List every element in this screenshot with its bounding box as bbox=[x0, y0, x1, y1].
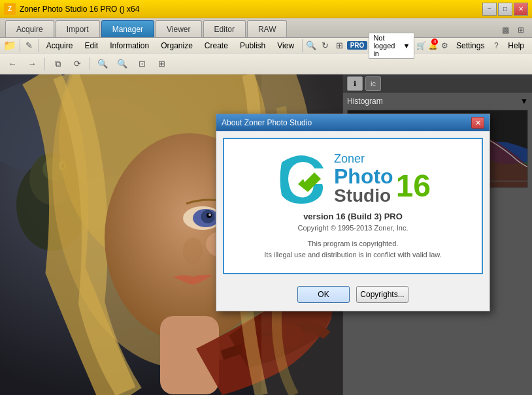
histogram-dropdown-button[interactable]: ▼ bbox=[520, 97, 528, 106]
search-icon[interactable]: 🔍 bbox=[305, 38, 318, 54]
tab-viewer[interactable]: Viewer bbox=[156, 20, 201, 37]
copy-icon[interactable]: ⧉ bbox=[49, 56, 66, 72]
logo-photo-text: Photo bbox=[334, 166, 393, 187]
tab-editor[interactable]: Editor bbox=[203, 20, 246, 37]
toolbar: ← → ⧉ ⟳ 🔍 🔍 ⊡ ⊞ bbox=[0, 54, 532, 74]
edit-icon[interactable]: ✎ bbox=[23, 38, 35, 54]
app-icon: Z bbox=[4, 3, 16, 15]
menu-information[interactable]: Information bbox=[105, 40, 154, 52]
zoom-in-icon[interactable]: 🔍 bbox=[94, 56, 111, 72]
sep-t2 bbox=[90, 57, 90, 71]
menu-edit[interactable]: Edit bbox=[79, 40, 103, 52]
about-content: Zoner Photo Studio 16 version 16 (Build … bbox=[223, 138, 483, 274]
tab-icon-1[interactable]: ▩ bbox=[498, 23, 512, 37]
folder-icon[interactable]: 📁 bbox=[3, 38, 17, 54]
help-icon[interactable]: ? bbox=[491, 39, 501, 53]
title-text: Zoner Photo Studio 16 PRO () x64 bbox=[20, 5, 139, 14]
tab-manager[interactable]: Manager bbox=[101, 20, 154, 37]
tab-raw[interactable]: RAW bbox=[247, 20, 288, 37]
menu-settings[interactable]: Settings bbox=[451, 40, 490, 52]
menu-bar: 📁 ✎ Acquire Edit Information Organize Cr… bbox=[0, 38, 532, 54]
about-legal-text: This program is copyrighted. Its illegal… bbox=[244, 238, 462, 260]
fit-icon[interactable]: ⊡ bbox=[133, 56, 150, 72]
separator-2 bbox=[38, 39, 39, 52]
actual-size-icon[interactable]: ⊞ bbox=[153, 56, 170, 72]
menu-view[interactable]: View bbox=[272, 40, 299, 52]
menu-help[interactable]: Help bbox=[503, 40, 529, 52]
menu-organize[interactable]: Organize bbox=[156, 40, 198, 52]
tab-import[interactable]: Import bbox=[56, 20, 100, 37]
exif-tab-button[interactable]: ic bbox=[365, 76, 381, 91]
not-logged-in-button[interactable]: Not logged in ▼ bbox=[369, 33, 414, 59]
about-title-text: About Zoner Photo Studio bbox=[222, 118, 312, 127]
about-logo: Zoner Photo Studio 16 bbox=[244, 152, 462, 205]
menu-create[interactable]: Create bbox=[199, 40, 233, 52]
about-footer: OK Copyrights... bbox=[216, 281, 490, 311]
forward-arrow-icon[interactable]: → bbox=[24, 56, 41, 72]
menu-publish[interactable]: Publish bbox=[235, 40, 271, 52]
tab-icons: ▩ ⊞ bbox=[498, 23, 532, 37]
tab-bar: Acquire Import Manager Viewer Editor RAW… bbox=[0, 18, 532, 38]
separator-1 bbox=[20, 39, 20, 52]
svg-point-17 bbox=[183, 238, 203, 264]
menu-acquire[interactable]: Acquire bbox=[41, 40, 78, 52]
about-copyrights-button[interactable]: Copyrights... bbox=[356, 286, 408, 303]
refresh-icon[interactable]: ↻ bbox=[319, 38, 331, 54]
close-button[interactable]: ✕ bbox=[514, 3, 528, 16]
about-close-button[interactable]: ✕ bbox=[471, 117, 484, 129]
histogram-title: Histogram bbox=[347, 97, 383, 106]
back-arrow-icon[interactable]: ← bbox=[4, 56, 21, 72]
notifications-icon[interactable]: 🔔 4 bbox=[427, 39, 438, 53]
title-bar: Z Zoner Photo Studio 16 PRO () x64 − □ ✕ bbox=[0, 0, 532, 18]
zoom-out-icon[interactable]: 🔍 bbox=[114, 56, 131, 72]
minimize-button[interactable]: − bbox=[482, 3, 497, 16]
logo-row: Photo Studio 16 bbox=[334, 166, 431, 205]
svg-point-16 bbox=[208, 213, 211, 216]
tab-icon-2[interactable]: ⊞ bbox=[514, 23, 528, 37]
logo-text: Zoner Photo Studio 16 bbox=[334, 152, 431, 205]
logo-studio-text: Studio bbox=[334, 187, 393, 205]
pro-badge: PRO bbox=[347, 41, 368, 50]
rotate-icon[interactable]: ⟳ bbox=[69, 56, 86, 72]
about-version-text: version 16 (Build 3) PRO bbox=[244, 212, 462, 221]
logo-16-text: 16 bbox=[396, 168, 431, 204]
about-copyright-text: Copyright © 1995-2013 Zoner, Inc. bbox=[244, 224, 462, 232]
zoner-logo-icon bbox=[275, 153, 327, 205]
panel-tabs: ℹ ic bbox=[343, 74, 532, 93]
title-left: Z Zoner Photo Studio 16 PRO () x64 bbox=[4, 3, 139, 15]
tab-acquire[interactable]: Acquire bbox=[5, 20, 54, 37]
histogram-header: Histogram ▼ bbox=[347, 97, 528, 106]
grid-icon[interactable]: ⊞ bbox=[333, 38, 345, 54]
cart-icon[interactable]: 🛒 bbox=[416, 39, 426, 53]
logo-zoner-text: Zoner bbox=[334, 152, 431, 166]
maximize-button[interactable]: □ bbox=[498, 3, 512, 16]
main-content: ℹ ic Histogram ▼ bbox=[0, 74, 532, 395]
about-dialog: About Zoner Photo Studio ✕ Zoner Photo bbox=[216, 114, 490, 311]
title-controls: − □ ✕ bbox=[482, 3, 528, 16]
sep-t1 bbox=[44, 57, 45, 71]
separator-3 bbox=[302, 39, 303, 52]
settings-icon[interactable]: ⚙ bbox=[439, 39, 450, 53]
about-titlebar: About Zoner Photo Studio ✕ bbox=[216, 114, 490, 131]
about-ok-button[interactable]: OK bbox=[297, 286, 350, 303]
info-tab-button[interactable]: ℹ bbox=[347, 76, 363, 91]
